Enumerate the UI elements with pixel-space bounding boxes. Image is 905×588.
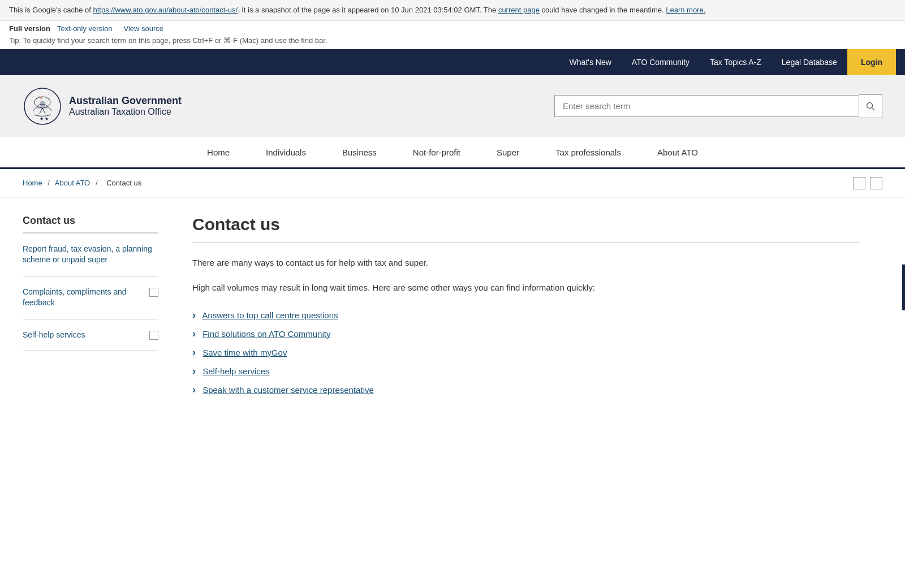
svg-point-2	[40, 101, 45, 106]
breadcrumb-separator-1: /	[48, 179, 50, 187]
learn-more-link[interactable]: Learn more.	[666, 6, 705, 14]
tip-text: Tip: To quickly find your search term on…	[9, 36, 327, 45]
nav-about-ato[interactable]: About ATO	[639, 137, 716, 169]
main-content: Contact us There are many ways to contac…	[158, 198, 882, 481]
sidebar-link-self-help[interactable]: Self-help services	[23, 330, 145, 341]
full-version-label: Full version	[9, 24, 50, 33]
sidebar-item-complaints[interactable]: Complaints, compliments and feedback	[23, 276, 158, 319]
quick-link-item-0: Answers to top call centre questions	[192, 306, 860, 325]
ato-name: Australian Taxation Office	[69, 107, 182, 117]
sidebar-item-report-fraud[interactable]: Report fraud, tax evasion, a planning sc…	[23, 234, 158, 276]
sidebar-link-complaints[interactable]: Complaints, compliments and feedback	[23, 287, 145, 309]
top-navigation: What's New ATO Community Tax Topics A-Z …	[0, 49, 905, 75]
quick-link-mygov[interactable]: Save time with myGov	[202, 348, 287, 357]
content-wrapper: Contact us Report fraud, tax evasion, a …	[0, 198, 905, 481]
breadcrumb-home-link[interactable]: Home	[23, 179, 42, 187]
nav-home[interactable]: Home	[189, 137, 248, 169]
sidebar-item-icon-complaints	[149, 288, 158, 297]
quick-link-item-1: Find solutions on ATO Community	[192, 325, 860, 343]
quick-links-list: Answers to top call centre questions Fin…	[192, 306, 860, 399]
sidebar-link-report-fraud[interactable]: Report fraud, tax evasion, a planning sc…	[23, 244, 158, 266]
breadcrumb-current: Contact us	[106, 179, 141, 187]
view-source-link[interactable]: View source	[124, 24, 164, 33]
cache-end-text: could have changed in the meantime.	[540, 6, 666, 14]
breadcrumb-bar: Home / About ATO / Contact us	[0, 169, 905, 198]
logo-area: ★ ★ 🦘 Australian Government Australian T…	[23, 87, 182, 126]
sidebar-item-self-help[interactable]: Self-help services	[23, 319, 158, 352]
quick-link-item-4: Speak with a customer service representa…	[192, 381, 860, 399]
cache-url-link[interactable]: https://www.ato.gov.au/about-ato/contact…	[93, 6, 238, 14]
svg-text:🦘: 🦘	[38, 96, 43, 100]
breadcrumb: Home / About ATO / Contact us	[23, 179, 145, 187]
svg-text:★ ★: ★ ★	[40, 116, 49, 122]
feedback-tab[interactable]: Feedback	[902, 265, 905, 310]
sidebar-item-icon-self-help	[149, 331, 158, 340]
search-icon	[866, 102, 875, 111]
government-crest-icon: ★ ★ 🦘	[23, 87, 62, 126]
intro-paragraph: There are many ways to contact us for he…	[192, 256, 860, 270]
logo-text: Australian Government Australian Taxatio…	[69, 95, 182, 117]
legal-database-nav-link[interactable]: Legal Database	[772, 49, 847, 75]
sidebar: Contact us Report fraud, tax evasion, a …	[23, 198, 158, 481]
current-page-link[interactable]: current page	[498, 6, 540, 14]
breadcrumb-icons	[853, 177, 882, 189]
ato-community-nav-link[interactable]: ATO Community	[622, 49, 700, 75]
quick-link-item-3: Self-help services	[192, 362, 860, 381]
gov-name: Australian Government	[69, 95, 182, 107]
cache-mid-text: . It is a snapshot of the page as it app…	[238, 6, 498, 14]
nav-business[interactable]: Business	[324, 137, 395, 169]
tax-topics-nav-link[interactable]: Tax Topics A-Z	[700, 49, 772, 75]
cache-intro-text: This is Google's cache of	[9, 6, 93, 14]
main-navigation: Home Individuals Business Not-for-profit…	[0, 137, 905, 169]
quick-link-ato-community[interactable]: Find solutions on ATO Community	[202, 329, 330, 339]
version-bar: Full version Text-only version View sour…	[0, 21, 905, 35]
breadcrumb-about-link[interactable]: About ATO	[55, 179, 90, 187]
nav-tax-professionals[interactable]: Tax professionals	[537, 137, 639, 169]
nav-individuals[interactable]: Individuals	[248, 137, 324, 169]
quick-link-customer-service[interactable]: Speak with a customer service representa…	[202, 385, 374, 395]
breadcrumb-icon-1[interactable]	[853, 177, 865, 189]
nav-not-for-profit[interactable]: Not-for-profit	[395, 137, 479, 169]
site-header: ★ ★ 🦘 Australian Government Australian T…	[0, 75, 905, 137]
search-area	[554, 94, 882, 118]
breadcrumb-icon-2[interactable]	[870, 177, 882, 189]
svg-line-6	[872, 107, 875, 110]
quick-link-item-2: Save time with myGov	[192, 343, 860, 362]
whats-new-nav-link[interactable]: What's New	[559, 49, 622, 75]
quick-link-call-centre[interactable]: Answers to top call centre questions	[202, 310, 338, 320]
callout-paragraph: High call volumes may result in long wai…	[192, 281, 860, 295]
text-only-version-link[interactable]: Text-only version	[57, 24, 113, 33]
svg-point-5	[867, 102, 873, 108]
page-title: Contact us	[192, 215, 860, 243]
search-button[interactable]	[859, 94, 882, 118]
search-input[interactable]	[554, 95, 859, 117]
breadcrumb-separator-2: /	[96, 179, 98, 187]
cache-bar: This is Google's cache of https://www.at…	[0, 0, 905, 21]
tip-bar: Tip: To quickly find your search term on…	[0, 35, 905, 49]
login-button[interactable]: Login	[847, 49, 896, 75]
quick-link-self-help[interactable]: Self-help services	[202, 366, 269, 376]
nav-super[interactable]: Super	[479, 137, 537, 169]
sidebar-title: Contact us	[23, 215, 158, 234]
feedback-tab-wrapper: Feedback	[902, 265, 905, 310]
